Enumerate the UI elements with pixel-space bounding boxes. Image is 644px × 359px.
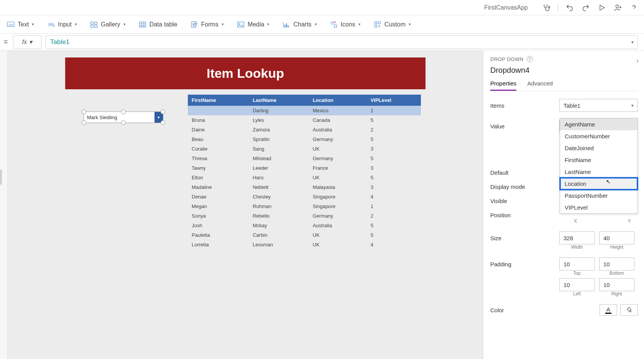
size-height-label: Height [599, 244, 634, 250]
table-row[interactable]: MeganRohmanSingapore1 [188, 202, 421, 211]
table-header[interactable]: FirstName [188, 95, 249, 106]
stethoscope-icon[interactable] [542, 3, 551, 12]
value-option[interactable]: Location↖ [560, 178, 637, 190]
selection-handle[interactable] [82, 120, 86, 125]
padding-bottom-label: Bottom [599, 270, 634, 276]
table-row[interactable]: JoshMckayAustralia5 [188, 221, 421, 230]
position-y-label: Y [621, 218, 638, 224]
font-color-button[interactable]: A [600, 304, 617, 316]
svg-point-17 [331, 21, 334, 24]
ribbon-forms[interactable]: Forms▾ [191, 21, 224, 28]
padding-left-label: Left [559, 291, 595, 297]
data-table[interactable]: FirstNameLastNameLocationVIPLevel Darlin… [188, 95, 426, 249]
table-row[interactable]: DaineZamoraAustralia2 [188, 125, 421, 134]
fx-selector[interactable]: fx ▾ [13, 35, 41, 49]
svg-rect-6 [91, 22, 94, 24]
table-row[interactable]: TawnyLeederFrance3 [188, 163, 421, 173]
play-icon[interactable] [597, 3, 606, 12]
ribbon-toolbar: Abc Text▾ Input▾ Gallery▾ Data table For… [0, 15, 644, 34]
ribbon-custom-label: Custom [384, 21, 406, 28]
table-row[interactable]: CoralieSangUK3 [188, 144, 421, 154]
share-icon[interactable] [613, 3, 623, 12]
table-row[interactable]: SonyaRebelloGermany2 [188, 211, 421, 221]
ribbon-gallery[interactable]: Gallery▾ [90, 21, 126, 28]
table-row[interactable]: MadalineNeblettMalayasia3 [188, 182, 421, 192]
value-option[interactable]: LastName [560, 166, 637, 178]
table-row[interactable]: PaulettaCarbinUK5 [188, 230, 421, 240]
chevron-down-icon: ▾ [267, 22, 269, 27]
formula-bar: = fx ▾ Table1 ▾ [0, 34, 644, 51]
dropdown-value: Mark Siedling [84, 115, 154, 120]
prop-padding-label: Padding [490, 261, 559, 267]
size-width-input[interactable]: 328 [559, 231, 595, 244]
value-option[interactable]: VIPLevel [560, 202, 637, 213]
ribbon-input[interactable]: Input▾ [47, 21, 77, 28]
chevron-down-icon: ▾ [358, 22, 361, 27]
padding-top-input[interactable]: 10 [559, 257, 595, 270]
value-option[interactable]: FirstName [560, 154, 637, 166]
ribbon-datatable[interactable]: Data table [139, 21, 177, 28]
tab-advanced[interactable]: Advanced [527, 80, 553, 91]
chevron-down-icon: ▾ [32, 22, 34, 27]
ribbon-datatable-label: Data table [150, 21, 177, 28]
table-row[interactable]: BeauSpratlinGermany5 [188, 134, 421, 144]
value-option[interactable]: CustomerNumber [560, 130, 637, 142]
table-row[interactable]: LorrettaLessmanUK4 [188, 240, 421, 249]
formula-input[interactable]: Table1 ▾ [45, 35, 638, 49]
canvas-wrap: Item Lookup Mark Siedling ▾ [8, 51, 483, 359]
table-header[interactable]: Location [309, 95, 367, 106]
padding-right-input[interactable]: 10 [599, 278, 634, 291]
selection-handle[interactable] [161, 120, 165, 125]
table-header[interactable]: LastName [249, 95, 309, 106]
size-height-input[interactable]: 40 [599, 231, 634, 244]
svg-rect-20 [378, 21, 381, 24]
padding-left-input[interactable]: 10 [559, 278, 595, 291]
items-select[interactable]: Table1▾ [559, 99, 638, 112]
svg-rect-8 [91, 25, 94, 27]
chevron-down-icon: ▾ [222, 22, 224, 27]
prop-color: Color A [490, 304, 638, 316]
ribbon-media[interactable]: Media▾ [237, 21, 270, 28]
table-row[interactable]: EltonHaroUK5 [188, 173, 421, 182]
prop-default-label: Default [490, 169, 559, 176]
value-option[interactable]: PassportNumber [560, 190, 637, 202]
tab-properties[interactable]: Properties [490, 80, 516, 91]
equals-label: = [0, 38, 9, 46]
help-icon[interactable]: ? [527, 56, 533, 62]
value-option[interactable]: AgentName [560, 118, 637, 130]
svg-rect-7 [95, 22, 97, 24]
ribbon-charts[interactable]: Charts▾ [283, 21, 317, 28]
value-option[interactable]: DateJoined [560, 142, 637, 154]
fill-color-button[interactable] [620, 304, 638, 316]
redo-icon[interactable] [581, 3, 590, 12]
svg-point-2 [616, 5, 619, 7]
expand-pane-icon[interactable]: › [636, 57, 639, 65]
selection-handle[interactable] [82, 110, 86, 114]
padding-bottom-input[interactable]: 10 [599, 257, 634, 270]
table-row[interactable]: ThresaMilsteadGermany5 [188, 154, 421, 163]
help-icon[interactable] [629, 3, 639, 12]
table-row[interactable]: BrunaLylesCanada5 [188, 115, 421, 125]
table-row[interactable]: DenaeChesleySingapore4 [188, 192, 421, 202]
property-tabs: Properties Advanced [490, 80, 638, 91]
value-dropdown-list[interactable]: AgentNameCustomerNumberDateJoinedFirstNa… [560, 118, 638, 214]
ribbon-icons[interactable]: Icons▾ [330, 21, 361, 28]
selection-handle[interactable] [121, 120, 126, 125]
ribbon-custom[interactable]: Custom▾ [374, 21, 411, 28]
table-header[interactable]: VIPLevel [367, 95, 421, 106]
prop-size-label: Size [490, 235, 559, 241]
dropdown-control[interactable]: Mark Siedling ▾ [84, 111, 163, 123]
ribbon-text[interactable]: Abc Text▾ [7, 21, 34, 28]
custom-icon [374, 21, 381, 28]
expand-icon[interactable]: ▾ [631, 39, 634, 45]
undo-icon[interactable] [565, 3, 574, 12]
svg-text:Abc: Abc [8, 23, 13, 26]
gutter-handle[interactable] [0, 169, 2, 185]
app-canvas[interactable]: Item Lookup Mark Siedling ▾ [65, 57, 426, 359]
padding-top-label: Top [559, 270, 595, 276]
selection-handle[interactable] [161, 110, 165, 114]
prop-displaymode-label: Display mode [490, 184, 559, 190]
table-row[interactable]: DarlingMexico1 [188, 106, 421, 115]
selection-handle[interactable] [121, 110, 126, 114]
prop-position-label: Position [490, 212, 559, 218]
